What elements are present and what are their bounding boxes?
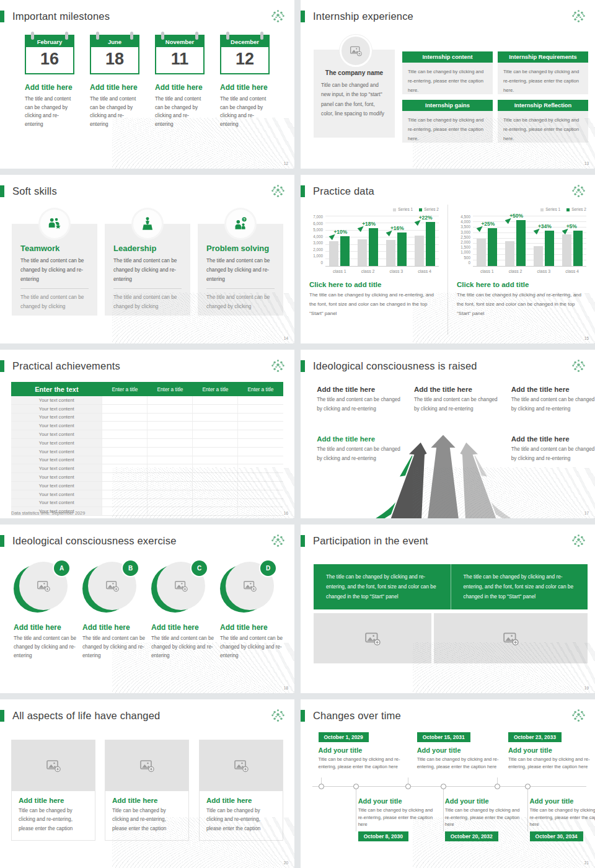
category-label: class 4 [410,269,439,273]
table-row: Your text content [11,456,283,464]
event-body: Title can be changed by clicking and re-… [508,756,591,770]
legend-item: Series 2 [419,207,439,211]
page-number: 15 [584,336,589,340]
skill-card: Teamwork The title and content can be ch… [12,224,97,316]
event-body: Title can be changed by clicking and re-… [530,807,595,828]
slide-important-milestones[interactable]: Important milestones February 16 Add tit… [0,0,294,169]
slide-title: Ideological consciousness exercise [12,535,270,547]
title-accent-bar [301,710,305,722]
timeline-node [353,784,359,789]
calendar-icon: June 18 [90,35,139,74]
timeline-event: Add your title Title can be changed by c… [358,797,438,841]
slide-title: Important milestones [12,11,270,22]
y-axis-labels: 7,0006,0005,0004,0003,0002,0001,0000 [309,215,325,265]
slide-participation[interactable]: Participation in the event The title can… [301,525,595,693]
table-row: Your text content [11,473,283,482]
calendar-day: 12 [221,47,268,73]
table-row: Your text content [11,413,283,422]
category-label: class 2 [354,269,382,273]
internship-box: Internship content Title can be changed … [402,51,493,94]
box-header: Internship gains [402,100,493,111]
card-body: Title can be changed by clicking and re-… [206,807,276,833]
school-crest-icon [570,183,587,200]
box-body: Title can be changed by clicking and re-… [498,111,588,143]
bar-group: +25% [473,216,501,266]
school-crest-icon [570,707,587,724]
life-card: Add title here Title can be changed by c… [199,740,283,841]
table-row: Your text content [11,447,283,456]
box-body: Title can be changed by clicking and re-… [402,63,493,94]
letter-badge: C [190,559,208,577]
series2-bar: +5% [573,231,583,266]
slide-consciousness-exercise[interactable]: Ideological consciousness exercise A Add… [0,525,294,693]
slide-internship-experience[interactable]: Internship experience The company name T… [301,0,595,169]
exercise-item: A Add title here The title and content c… [14,562,77,660]
milestone-body: The title and content can be changed by … [90,95,139,128]
school-crest-icon [270,707,286,724]
skill-body-top: The title and content can be changed by … [206,256,275,284]
image-placeholder-icon [105,579,119,593]
milestone-card: June 18 Add title here The title and con… [90,35,139,128]
calendar-icon: December 12 [220,35,270,74]
timeline-node [441,784,446,789]
category-label: class 3 [382,269,411,273]
series1-bar [534,246,543,266]
milestone-card: February 16 Add title here The title and… [25,35,74,128]
table-row: Your text content [11,396,283,404]
problem-solving-icon: ? [226,210,255,238]
timeline-connector [443,787,444,831]
growth-percent-label: +34% [538,223,552,229]
legend-item: Series 2 [566,207,586,211]
event-title: Add your title [417,746,500,754]
growth-percent-label: +25% [481,221,495,227]
card-title: Add title here [112,797,182,804]
event-body: Title can be changed by clicking and re-… [445,807,524,828]
table-header: Enter a title [193,382,238,396]
table-header: Enter a title [148,382,193,396]
slide-soft-skills[interactable]: Soft skills Teamwork The title and conte… [0,175,294,343]
table-row: Your text content [11,404,283,413]
bar-group: +16% [382,216,411,266]
timeline-node [405,784,411,789]
milestone-title: Add title here [220,83,270,92]
photo-circle: D [220,562,275,614]
slide-practice-data[interactable]: Practice data Series 1Series 27,0006,000… [301,175,595,343]
slide-changes-over-time[interactable]: Changes over time October 1, 2029 Add yo… [301,699,595,868]
series2-bar: +25% [488,228,497,266]
company-avatar [340,35,372,67]
growth-percent-label: +18% [362,221,376,227]
life-card: Add title here Title can be changed by c… [105,740,189,841]
photo-circle: C [151,562,206,614]
block-title: Add the title here [511,435,595,443]
slide-life-changed[interactable]: All aspects of life have changed Add tit… [0,699,294,868]
milestone-title: Add title here [90,83,139,92]
green-banner: The title can be changed by clicking and… [314,564,588,609]
image-placeholder-icon [350,45,362,57]
bar-chart-left: Series 1Series 27,0006,0005,0004,0003,00… [309,207,439,273]
page-number: 12 [284,161,288,166]
table-row: Your text content [11,464,283,473]
title-accent-bar [0,185,4,197]
photo-circle: A [14,562,68,614]
item-body: The title and content can be changed by … [14,634,77,660]
skill-card: ? Problem solving The title and content … [198,224,283,316]
item-title: Add title here [151,623,214,632]
internship-box: Internship Requirements Title can be cha… [498,51,588,94]
title-accent-bar [0,535,4,547]
item-title: Add title here [82,623,146,632]
bar-group: +34% [530,216,558,266]
slide-practical-achievements[interactable]: Practical achievements Enter the textEnt… [0,350,294,518]
bar-chart-right: Series 1Series 24,5004,0003,5003,0002,50… [457,207,586,273]
category-label: class 1 [473,269,501,273]
y-axis-labels: 4,5004,0003,5003,0002,5002,0001,5001,000… [457,215,473,265]
box-body: Title can be changed by clicking and re-… [498,63,588,94]
category-label: class 1 [325,269,354,273]
slide-consciousness-raised[interactable]: Ideological consciousness is raised Add … [301,350,595,518]
title-accent-bar [0,360,4,372]
bar-group: +5% [558,216,586,266]
skill-body-bottom: The title and content can be changed by … [113,293,182,311]
card-title: Add title here [206,797,276,804]
block-title: Add the title here [317,386,402,393]
page-number: 18 [284,686,288,690]
item-body: The title and content can be changed by … [220,634,283,660]
